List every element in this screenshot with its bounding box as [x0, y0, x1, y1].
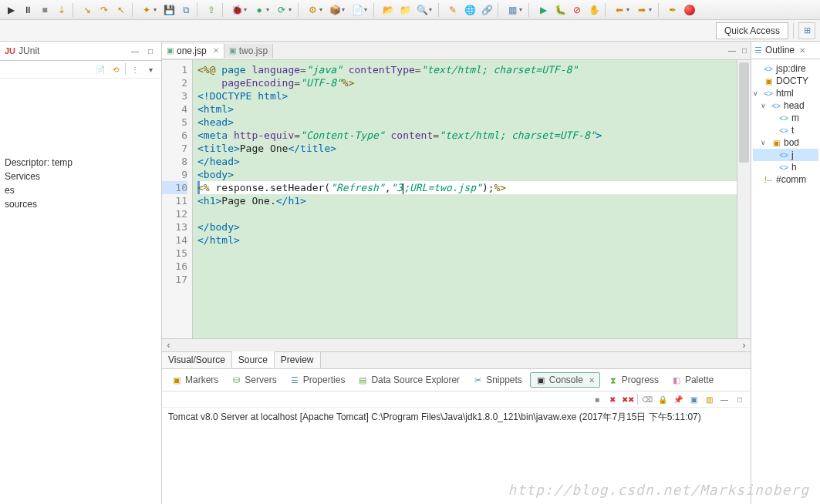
display-icon[interactable]: ▣ [687, 393, 700, 405]
step-into-icon[interactable]: ↘ [79, 2, 95, 18]
tab-preview[interactable]: Preview [275, 352, 321, 368]
view-progress[interactable]: ⧗Progress [603, 373, 663, 387]
main-toolbar: ▶ ⏸ ■ ⇣ ↘ ↷ ↖ ✦ ▾ 💾 ⧉ ⇪ 🐞 ▾ ● ▾ ⟳ ▾ ⚙ ▾ … [0, 0, 820, 20]
step-over-icon[interactable]: ↷ [96, 2, 112, 18]
minimize-icon[interactable]: — [726, 45, 738, 57]
maximize-icon[interactable]: □ [144, 45, 157, 57]
disconnect-icon[interactable]: ⇣ [54, 2, 69, 18]
outline-view: ☰ Outline ✕ <>jsp:dire ▣DOCTY ∨<>html ∨<… [751, 42, 820, 504]
list-item[interactable]: es [0, 183, 161, 197]
layout-icon[interactable]: ▦ [504, 2, 520, 18]
forward-icon[interactable]: ➡ [634, 2, 650, 18]
tab-source[interactable]: Source [232, 351, 275, 368]
open-task-icon[interactable]: 📁 [397, 2, 413, 18]
quick-access-bar: Quick Access ⊞ [0, 20, 820, 42]
terminate-icon[interactable]: ⊘ [569, 2, 585, 18]
line-gutter: 1 2 3 4 5 6 7 8 9 10 11 12 13 14 [162, 60, 193, 338]
list-item[interactable]: Descriptor: temp [0, 156, 161, 170]
new-package-icon[interactable]: 📦 [327, 2, 343, 18]
brush-icon[interactable]: ✒ [665, 2, 680, 18]
tree-item[interactable]: ∨▣bod [753, 136, 818, 149]
run-icon[interactable]: ● [251, 2, 267, 18]
editor-mode-tabs: Visual/Source Source Preview [162, 351, 751, 368]
menu-icon[interactable]: ⋮ [129, 63, 141, 76]
globe-icon[interactable]: 🌐 [462, 2, 477, 18]
tree-item[interactable]: <>m [753, 112, 818, 124]
editor-tab-two[interactable]: ▣ two.jsp [224, 44, 273, 58]
horizontal-scrollbar[interactable]: ‹› [162, 338, 751, 351]
back-icon[interactable]: ⬅ [612, 2, 627, 18]
tree-item[interactable]: ▣DOCTY [753, 75, 818, 87]
debug-icon[interactable]: 🐞 [229, 2, 245, 18]
outline-icon: ☰ [754, 45, 762, 55]
minimize-icon[interactable]: — [718, 393, 731, 405]
open-console-icon[interactable]: ▥ [703, 393, 715, 405]
tree-item[interactable]: <>j [753, 149, 818, 161]
run-green-icon[interactable]: ▶ [535, 2, 551, 18]
tree-item[interactable]: <>t [753, 124, 818, 136]
view-properties[interactable]: ☰Properties [285, 373, 350, 387]
maximize-icon[interactable]: □ [734, 393, 746, 405]
relaunch-icon[interactable]: ⟲ [110, 63, 122, 76]
hand-icon[interactable]: ✋ [586, 2, 602, 18]
maximize-icon[interactable]: □ [738, 45, 751, 57]
pause-icon[interactable]: ⏸ [20, 2, 35, 18]
save-icon[interactable]: 💾 [161, 2, 177, 18]
view-console[interactable]: ▣Console✕ [530, 372, 600, 388]
view-menu-icon[interactable]: ▾ [144, 63, 157, 76]
junit-title: JUnit [19, 45, 129, 56]
tab-label: two.jsp [239, 45, 268, 56]
tree-item[interactable]: !--#comm [753, 173, 818, 186]
view-servers[interactable]: ⛁Servers [226, 373, 281, 387]
view-markers[interactable]: ▣Markers [167, 373, 223, 387]
view-snippets[interactable]: ✂Snippets [467, 373, 527, 387]
code-editor[interactable]: 1 2 3 4 5 6 7 8 9 10 11 12 13 14 [162, 60, 751, 338]
clear-icon[interactable]: ⌫ [641, 393, 653, 405]
link-icon[interactable]: 🔗 [479, 2, 494, 18]
save-all-icon[interactable]: ⧉ [178, 2, 194, 18]
editor-area: ▣ one.jsp ✕ ▣ two.jsp — □ 1 2 [162, 42, 751, 369]
remove-all-icon[interactable]: ✖✖ [622, 393, 634, 405]
history-icon[interactable]: 📄 [94, 63, 106, 76]
scroll-lock-icon[interactable]: 🔒 [656, 393, 669, 405]
toggle-mark-icon[interactable]: ✎ [445, 2, 461, 18]
tree-item[interactable]: ∨<>html [753, 87, 818, 99]
console-output[interactable]: Tomcat v8.0 Server at localhost [Apache … [162, 408, 751, 504]
minimize-icon[interactable]: — [129, 45, 141, 57]
junit-view: JU JUnit — □ 📄 ⟲ ⋮ ▾ Descriptor: temp Se… [0, 42, 162, 504]
outline-title: Outline [765, 45, 795, 55]
new-class-icon[interactable]: 📄 [349, 2, 365, 18]
resume-icon[interactable]: ▶ [3, 2, 19, 18]
list-item[interactable]: Services [0, 170, 161, 183]
stop-icon[interactable]: ■ [37, 2, 52, 18]
list-item[interactable]: sources [0, 197, 161, 211]
jsp-file-icon: ▣ [229, 46, 236, 55]
tree-item[interactable]: <>jsp:dire [753, 62, 818, 75]
terminate-icon[interactable]: ■ [591, 393, 603, 405]
new-icon[interactable]: ✦ [139, 2, 154, 18]
open-type-icon[interactable]: 📂 [380, 2, 396, 18]
tree-item[interactable]: ∨<>head [753, 99, 818, 112]
editor-tab-one[interactable]: ▣ one.jsp ✕ [162, 44, 224, 58]
vertical-scrollbar[interactable] [737, 60, 751, 338]
jsp-file-icon: ▣ [167, 46, 174, 55]
editor-tabs: ▣ one.jsp ✕ ▣ two.jsp — □ [162, 42, 751, 60]
perspective-button[interactable]: ⊞ [798, 22, 815, 39]
close-icon[interactable]: ✕ [213, 46, 219, 55]
debug-bug-icon[interactable]: 🐛 [552, 2, 568, 18]
tab-label: one.jsp [177, 45, 207, 56]
step-return-icon[interactable]: ↖ [113, 2, 129, 18]
remove-launch-icon[interactable]: ✖ [606, 393, 619, 405]
quick-access-input[interactable]: Quick Access [716, 22, 788, 39]
view-data-source[interactable]: ▤Data Source Explorer [353, 373, 464, 387]
tree-item[interactable]: <>h [753, 161, 818, 173]
tab-visual-source[interactable]: Visual/Source [162, 352, 232, 368]
run-last-icon[interactable]: ⟳ [274, 2, 289, 18]
view-palette[interactable]: ◧Palette [666, 373, 718, 387]
pin-icon[interactable]: 📌 [672, 393, 684, 405]
new-server-icon[interactable]: ⚙ [305, 2, 320, 18]
publish-icon[interactable]: ⇪ [204, 2, 219, 18]
record-icon[interactable] [682, 2, 697, 18]
search-icon[interactable]: 🔍 [414, 2, 430, 18]
console-toolbar: ■ ✖ ✖✖ ⌫ 🔒 📌 ▣ ▥ — □ [162, 391, 751, 408]
